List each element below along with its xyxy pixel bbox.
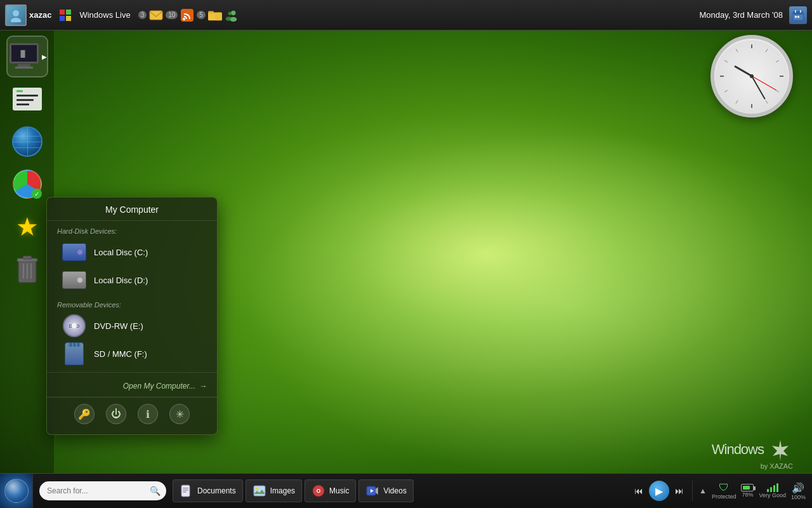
start-button[interactable] xyxy=(0,474,33,509)
drive-e-item[interactable]: DVD DVD-RW (E:) xyxy=(52,312,212,339)
desktop: xazac Windows Live 3 10 xyxy=(0,0,812,508)
clock-center xyxy=(750,74,754,78)
tray-chevron-icon[interactable]: ▲ xyxy=(699,486,707,495)
system-tray: ▲ 🛡 Protected 78% xyxy=(693,482,812,500)
popup-title: My Computer xyxy=(105,204,159,215)
documents-label: Documents xyxy=(197,486,236,495)
clock-widget xyxy=(710,35,793,117)
spinner-button[interactable]: ✳ xyxy=(169,404,190,424)
videos-icon xyxy=(365,484,379,498)
dock-item-internet[interactable] xyxy=(8,122,47,161)
taskbar-videos-button[interactable]: Videos xyxy=(358,479,413,502)
windows7-brand: Windows by XAZAC xyxy=(712,437,793,470)
hdd-d-drive-icon xyxy=(62,271,86,289)
next-track-button[interactable]: ⏭ xyxy=(672,483,687,498)
sd-icon-wrapper xyxy=(62,344,86,363)
rss-icon[interactable] xyxy=(180,8,194,22)
search-container: 🔍 xyxy=(39,481,166,500)
globe-line-v xyxy=(27,128,28,156)
taskbar-documents-button[interactable]: Documents xyxy=(173,479,243,502)
hdd-section-label: Hard-Disk Devices: xyxy=(47,221,217,237)
monitor-screen: ▐▌ xyxy=(10,43,39,64)
svg-line-33 xyxy=(736,49,738,52)
svg-marker-53 xyxy=(376,487,378,495)
documents-icon xyxy=(180,484,193,498)
prev-track-button[interactable]: ⏮ xyxy=(631,483,646,498)
top-bar-left: xazac Windows Live 3 10 xyxy=(5,4,699,26)
dock-item-favorites[interactable]: ★ xyxy=(8,207,47,246)
svg-rect-3 xyxy=(66,10,71,15)
people-icon[interactable] xyxy=(225,8,239,22)
volume-tray-item[interactable]: 🔊 100% xyxy=(791,482,806,500)
user-avatar[interactable] xyxy=(5,4,27,26)
open-computer-link[interactable]: Open My Computer... → xyxy=(47,378,217,394)
svg-line-30 xyxy=(724,90,728,92)
drive-c-item[interactable]: Local Disc (C:) xyxy=(52,239,212,265)
play-pause-button[interactable]: ▶ xyxy=(649,481,669,501)
drive-d-item[interactable]: Local Disc (D:) xyxy=(52,267,212,293)
svg-rect-20 xyxy=(795,16,797,18)
open-computer-arrow: → xyxy=(199,382,207,391)
signal-bar-4 xyxy=(776,483,778,492)
taskbar-images-button[interactable]: Images xyxy=(246,479,302,502)
power-button[interactable]: ⏻ xyxy=(106,404,126,424)
bottom-taskbar: 🔍 Documents xyxy=(0,473,812,508)
svg-rect-6 xyxy=(150,11,162,20)
shield-icon: 🛡 xyxy=(719,482,729,493)
svg-text:▐▌: ▐▌ xyxy=(18,50,27,58)
list-line-1 xyxy=(16,90,23,92)
clock-face xyxy=(710,35,793,117)
dvd-icon-wrapper: DVD xyxy=(62,316,86,335)
info-button[interactable]: ℹ xyxy=(138,404,158,424)
svg-point-1 xyxy=(11,18,21,22)
search-input[interactable] xyxy=(47,486,148,495)
security-tray-item[interactable]: 🛡 Protected xyxy=(712,482,737,500)
popup-title-bar: My Computer xyxy=(47,197,217,221)
popup-arrow-indicator: ▶ xyxy=(42,53,47,60)
globe-line-h2 xyxy=(13,136,41,137)
taskbar-apps: Documents Images xyxy=(173,479,626,502)
monitor-base xyxy=(15,67,33,69)
svg-line-29 xyxy=(736,100,738,104)
dock-item-partition[interactable] xyxy=(8,164,47,204)
monitor-icon: ▐▌ xyxy=(8,43,41,70)
svg-point-8 xyxy=(183,18,185,20)
key-button[interactable]: 🔑 xyxy=(74,404,95,424)
drive-f-item[interactable]: SD / MMC (F:) xyxy=(52,340,212,367)
globe-icon xyxy=(12,126,43,157)
folder-icon[interactable] xyxy=(208,8,222,22)
list-line-4 xyxy=(16,104,29,105)
dock-item-recycle-bin[interactable] xyxy=(8,250,47,289)
hdd-d-icon xyxy=(62,271,86,290)
top-bar-right: Monday, 3rd March '08 xyxy=(699,6,807,24)
svg-line-23 xyxy=(766,49,768,52)
calendar-button[interactable] xyxy=(789,6,807,24)
dock-item-files[interactable] xyxy=(8,79,47,119)
list-icon xyxy=(13,88,42,110)
windows-live-button[interactable]: Windows Live xyxy=(74,8,135,22)
media-controls: ⏮ ▶ ⏭ xyxy=(626,481,693,501)
taskbar-music-button[interactable]: Music xyxy=(304,479,356,502)
signal-tray-item[interactable]: Very Good xyxy=(759,483,786,498)
search-button[interactable]: 🔍 xyxy=(148,485,161,497)
svg-rect-43 xyxy=(181,485,190,497)
win7-flag-icon xyxy=(768,437,793,462)
email-badge: 10 xyxy=(166,11,178,19)
svg-rect-21 xyxy=(797,16,799,18)
svg-point-51 xyxy=(318,490,320,492)
svg-point-15 xyxy=(226,17,232,20)
svg-rect-10 xyxy=(208,11,214,13)
svg-rect-7 xyxy=(181,9,193,22)
svg-rect-17 xyxy=(793,11,803,15)
hdd-c-drive-icon xyxy=(62,243,86,261)
dock-item-my-computer[interactable]: ▐▌ ▶ xyxy=(8,37,47,76)
top-taskbar: xazac Windows Live 3 10 xyxy=(0,0,812,30)
popup-bottom-actions: 🔑 ⏻ ℹ ✳ xyxy=(47,397,217,428)
hdd-c-icon xyxy=(62,243,86,262)
start-orb xyxy=(4,479,29,503)
battery-tray-item[interactable]: 78% xyxy=(741,484,754,498)
open-computer-text: Open My Computer... xyxy=(123,382,195,391)
svg-rect-4 xyxy=(60,16,65,21)
signal-bar-2 xyxy=(770,487,772,492)
mail-icon[interactable] xyxy=(149,8,163,22)
